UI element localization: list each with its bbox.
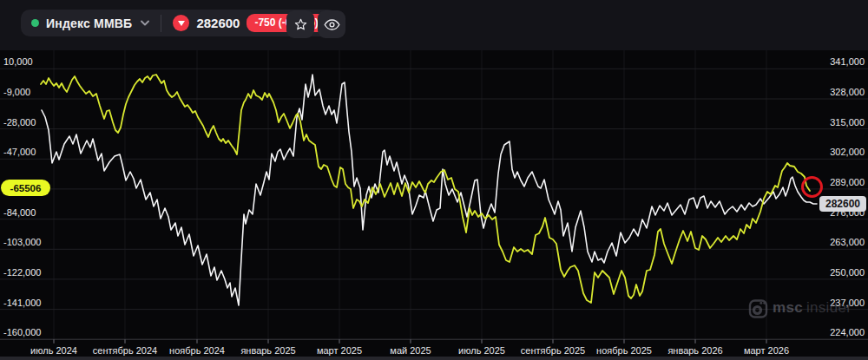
highlight-circle-annotation[interactable] bbox=[801, 176, 823, 198]
bottom-scrollbar[interactable] bbox=[0, 357, 868, 360]
right-axis-current-pill: 282600 bbox=[819, 196, 866, 212]
chart-app: Индекс ММВБ 282600 -750 (-0.26%) 10,000-… bbox=[0, 0, 868, 360]
left-axis-current-pill: -65506 bbox=[1, 180, 50, 196]
chart-canvas[interactable] bbox=[0, 0, 868, 360]
white-index-line bbox=[42, 75, 817, 305]
